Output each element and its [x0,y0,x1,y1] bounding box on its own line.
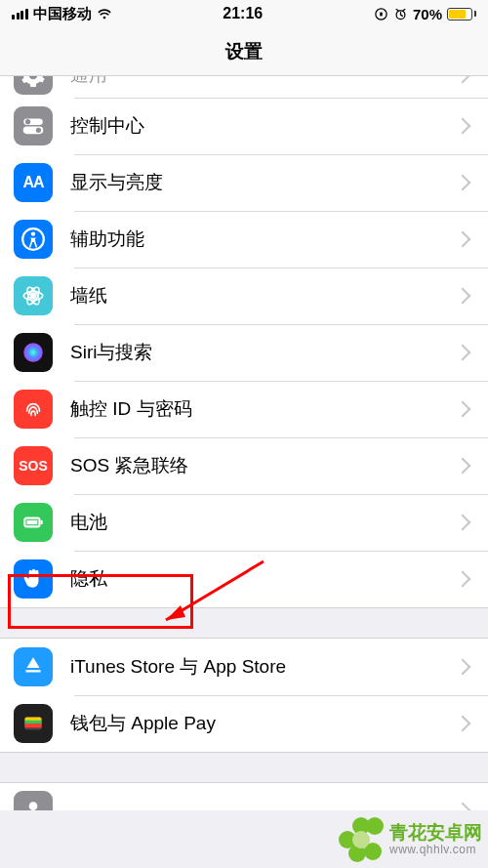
chevron-right-icon [455,118,471,135]
row-siri-search[interactable]: Siri与搜索 [0,324,488,381]
watermark-title: 青花安卓网 [389,823,482,844]
row-wallet-applepay[interactable]: 钱包与 Apple Pay [0,695,488,752]
chevron-right-icon [455,175,471,191]
settings-group: iTunes Store 与 App Store 钱包与 Apple Pay [0,638,488,753]
chevron-right-icon [455,803,471,810]
chevron-right-icon [455,716,471,732]
accessibility-icon [14,220,53,259]
watermark-text: 青花安卓网 www.qhhlv.com [389,823,482,856]
svg-point-7 [31,231,35,235]
chevron-right-icon [455,345,471,361]
cellular-signal-icon [12,9,28,20]
row-privacy[interactable]: 隐私 [0,551,488,607]
chevron-right-icon [455,515,471,531]
row-label: 隐私 [70,566,457,592]
row-label: 显示与亮度 [70,170,457,195]
row-control-center[interactable]: 控制中心 [0,98,488,154]
hand-icon [14,559,53,599]
row-accessibility[interactable]: 辅助功能 [0,211,488,268]
row-label: 控制中心 [70,113,457,139]
page-title: 设置 [0,27,488,76]
settings-group: 通用 控制中心 AA 显示与亮度 辅助功能 墙纸 [0,76,488,608]
watermark-url: www.qhhlv.com [389,844,482,856]
chevron-right-icon [455,288,471,305]
row-label: 钱包与 Apple Pay [70,711,457,736]
row-label: 触控 ID 与密码 [70,396,457,422]
settings-group [0,782,488,810]
row-sos[interactable]: SOS SOS 紧急联络 [0,437,488,494]
row-label: 通用 [70,76,457,88]
svg-point-8 [30,293,37,300]
svg-point-4 [25,119,30,124]
battery-icon [14,503,53,542]
settings-list: 通用 控制中心 AA 显示与亮度 辅助功能 墙纸 [0,76,488,810]
wallpaper-icon [14,276,53,315]
siri-icon [14,333,53,372]
battery-icon [447,8,476,21]
appstore-icon [14,647,53,686]
display-icon: AA [14,163,53,202]
alarm-icon [393,7,408,21]
chevron-right-icon [455,76,471,83]
wallet-icon [14,704,53,743]
group-separator [0,608,488,638]
watermark: 青花安卓网 www.qhhlv.com [339,817,482,862]
row-touchid-passcode[interactable]: 触控 ID 与密码 [0,381,488,437]
battery-percent: 70% [413,6,442,22]
status-time: 21:16 [223,5,263,22]
row-label: iTunes Store 与 App Store [70,654,457,680]
sos-icon: SOS [14,446,53,485]
chevron-right-icon [455,571,471,588]
chevron-right-icon [455,659,471,676]
row-general[interactable]: 通用 [0,76,488,98]
svg-point-20 [29,802,38,810]
unknown-icon [14,791,53,810]
status-bar: 中国移动 21:16 70% [0,0,488,27]
fingerprint-icon [14,390,53,429]
status-right: 70% [374,6,476,22]
toggle-icon [14,106,53,145]
row-label: SOS 紧急联络 [70,453,457,478]
svg-rect-19 [24,723,41,727]
row-label: 墙纸 [70,283,457,309]
svg-point-5 [36,128,41,133]
chevron-right-icon [455,401,471,418]
row-label: 电池 [70,510,457,535]
carrier-label: 中国移动 [33,5,92,23]
svg-point-12 [23,343,43,362]
chevron-right-icon [455,458,471,475]
row-wallpaper[interactable]: 墙纸 [0,268,488,324]
status-left: 中国移动 [12,5,112,23]
group-separator [0,753,488,782]
row-itunes-appstore[interactable]: iTunes Store 与 App Store [0,639,488,695]
row-display-brightness[interactable]: AA 显示与亮度 [0,154,488,211]
gear-icon [14,76,53,95]
row-label: Siri与搜索 [70,340,457,365]
svg-rect-14 [27,520,38,524]
row-label: 辅助功能 [70,227,457,252]
svg-rect-15 [41,520,43,524]
row-unknown[interactable] [0,783,488,810]
orientation-lock-icon [374,7,388,21]
watermark-logo-icon [339,817,384,862]
row-battery[interactable]: 电池 [0,494,488,551]
wifi-icon [97,6,112,21]
chevron-right-icon [455,231,471,248]
